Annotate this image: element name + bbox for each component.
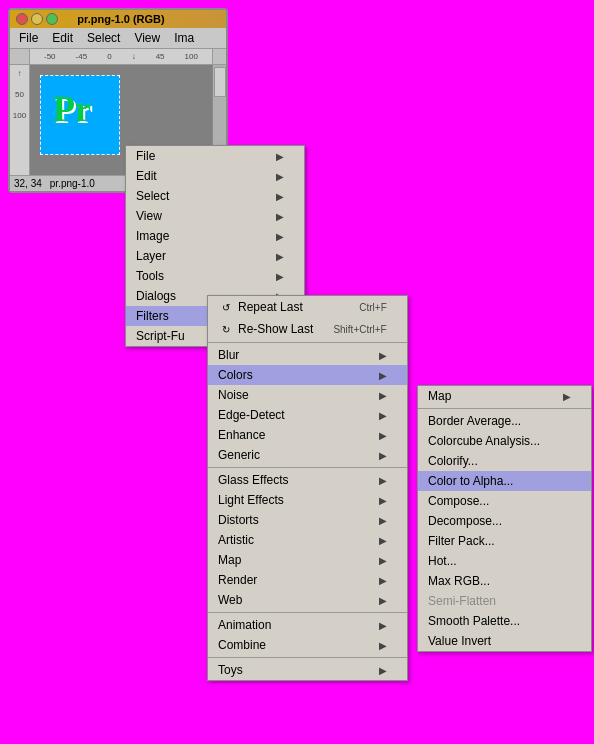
filters-submenu: ↺ Repeat Last Ctrl+F ↻ Re-Show Last Shif… bbox=[207, 295, 408, 681]
generic-item[interactable]: Generic▶ bbox=[208, 445, 407, 465]
arrow-edit: ▶ bbox=[276, 171, 284, 182]
status-filename: pr.png-1.0 bbox=[50, 178, 95, 189]
reshow-last-item[interactable]: ↻ Re-Show Last Shift+Ctrl+F bbox=[208, 318, 407, 340]
scroll-thumb-v[interactable] bbox=[214, 67, 226, 97]
arrow-generic: ▶ bbox=[379, 450, 387, 461]
arrow-noise: ▶ bbox=[379, 390, 387, 401]
colors-separator-1 bbox=[418, 408, 591, 409]
colorify-item[interactable]: Colorify... bbox=[418, 451, 591, 471]
arrow-artistic: ▶ bbox=[379, 535, 387, 546]
separator-4 bbox=[208, 657, 407, 658]
menubar-select[interactable]: Select bbox=[82, 30, 125, 46]
artistic-item[interactable]: Artistic▶ bbox=[208, 530, 407, 550]
repeat-last-item[interactable]: ↺ Repeat Last Ctrl+F bbox=[208, 296, 407, 318]
compose-item[interactable]: Compose... bbox=[418, 491, 591, 511]
maximize-button[interactable] bbox=[46, 13, 58, 25]
arrow-select: ▶ bbox=[276, 191, 284, 202]
decompose-item[interactable]: Decompose... bbox=[418, 511, 591, 531]
value-invert-item[interactable]: Value Invert bbox=[418, 631, 591, 651]
arrow-glass-effects: ▶ bbox=[379, 475, 387, 486]
menu-tools[interactable]: Tools▶ bbox=[126, 266, 304, 286]
web-item[interactable]: Web▶ bbox=[208, 590, 407, 610]
border-average-item[interactable]: Border Average... bbox=[418, 411, 591, 431]
filter-pack-item[interactable]: Filter Pack... bbox=[418, 531, 591, 551]
window-title: pr.png-1.0 (RGB) bbox=[77, 13, 164, 25]
canvas-logo: Pr bbox=[53, 88, 91, 130]
menu-layer[interactable]: Layer▶ bbox=[126, 246, 304, 266]
arrow-distorts: ▶ bbox=[379, 515, 387, 526]
canvas-image-bg: Pr bbox=[40, 75, 120, 155]
menubar-view[interactable]: View bbox=[129, 30, 165, 46]
minimize-button[interactable] bbox=[31, 13, 43, 25]
menubar-image[interactable]: Ima bbox=[169, 30, 199, 46]
title-bar: pr.png-1.0 (RGB) bbox=[10, 10, 226, 28]
arrow-animation: ▶ bbox=[379, 620, 387, 631]
distorts-item[interactable]: Distorts▶ bbox=[208, 510, 407, 530]
arrow-edge-detect: ▶ bbox=[379, 410, 387, 421]
max-rgb-item[interactable]: Max RGB... bbox=[418, 571, 591, 591]
noise-item[interactable]: Noise▶ bbox=[208, 385, 407, 405]
render-item[interactable]: Render▶ bbox=[208, 570, 407, 590]
arrow-image: ▶ bbox=[276, 231, 284, 242]
arrow-colors-map: ▶ bbox=[563, 391, 571, 402]
scroll-corner bbox=[212, 49, 226, 65]
arrow-view: ▶ bbox=[276, 211, 284, 222]
semi-flatten-item: Semi-Flatten bbox=[418, 591, 591, 611]
ruler-h-marks: -50 -45 0 ↓ 45 100 bbox=[30, 52, 212, 61]
combine-item[interactable]: Combine▶ bbox=[208, 635, 407, 655]
menu-edit[interactable]: Edit▶ bbox=[126, 166, 304, 186]
arrow-web: ▶ bbox=[379, 595, 387, 606]
repeat-icon: ↺ bbox=[218, 299, 234, 315]
light-effects-item[interactable]: Light Effects▶ bbox=[208, 490, 407, 510]
close-button[interactable] bbox=[16, 13, 28, 25]
animation-item[interactable]: Animation▶ bbox=[208, 615, 407, 635]
ruler-vertical: ↑ 50 100 bbox=[10, 65, 30, 175]
blur-item[interactable]: Blur▶ bbox=[208, 345, 407, 365]
color-to-alpha-item[interactable]: Color to Alpha... bbox=[418, 471, 591, 491]
hot-item[interactable]: Hot... bbox=[418, 551, 591, 571]
colors-item[interactable]: Colors▶ bbox=[208, 365, 407, 385]
glass-effects-item[interactable]: Glass Effects▶ bbox=[208, 470, 407, 490]
colors-submenu: Map▶ Border Average... Colorcube Analysi… bbox=[417, 385, 592, 652]
arrow-file: ▶ bbox=[276, 151, 284, 162]
ruler-horizontal: -50 -45 0 ↓ 45 100 bbox=[30, 49, 212, 65]
arrow-enhance: ▶ bbox=[379, 430, 387, 441]
separator-1 bbox=[208, 342, 407, 343]
menu-select[interactable]: Select▶ bbox=[126, 186, 304, 206]
separator-2 bbox=[208, 467, 407, 468]
map-item[interactable]: Map▶ bbox=[208, 550, 407, 570]
colors-map-item[interactable]: Map▶ bbox=[418, 386, 591, 406]
smooth-palette-item[interactable]: Smooth Palette... bbox=[418, 611, 591, 631]
menubar-edit[interactable]: Edit bbox=[47, 30, 78, 46]
menubar-file[interactable]: File bbox=[14, 30, 43, 46]
reshow-icon: ↻ bbox=[218, 321, 234, 337]
arrow-combine: ▶ bbox=[379, 640, 387, 651]
menu-file[interactable]: File▶ bbox=[126, 146, 304, 166]
arrow-render: ▶ bbox=[379, 575, 387, 586]
toys-item[interactable]: Toys▶ bbox=[208, 660, 407, 680]
menu-image[interactable]: Image▶ bbox=[126, 226, 304, 246]
window-controls bbox=[16, 13, 58, 25]
arrow-layer: ▶ bbox=[276, 251, 284, 262]
ruler-corner bbox=[10, 49, 30, 65]
ruler-v-marks: ↑ 50 100 bbox=[10, 65, 29, 120]
menu-view[interactable]: View▶ bbox=[126, 206, 304, 226]
arrow-tools: ▶ bbox=[276, 271, 284, 282]
colors-popup: Map▶ Border Average... Colorcube Analysi… bbox=[417, 385, 592, 652]
enhance-item[interactable]: Enhance▶ bbox=[208, 425, 407, 445]
arrow-light-effects: ▶ bbox=[379, 495, 387, 506]
arrow-blur: ▶ bbox=[379, 350, 387, 361]
menubar: File Edit Select View Ima bbox=[10, 28, 226, 49]
edge-detect-item[interactable]: Edge-Detect▶ bbox=[208, 405, 407, 425]
filters-popup: ↺ Repeat Last Ctrl+F ↻ Re-Show Last Shif… bbox=[207, 295, 408, 681]
separator-3 bbox=[208, 612, 407, 613]
arrow-toys: ▶ bbox=[379, 665, 387, 676]
cursor-coords: 32, 34 bbox=[14, 178, 42, 189]
arrow-map: ▶ bbox=[379, 555, 387, 566]
colorcube-analysis-item[interactable]: Colorcube Analysis... bbox=[418, 431, 591, 451]
arrow-colors: ▶ bbox=[379, 370, 387, 381]
